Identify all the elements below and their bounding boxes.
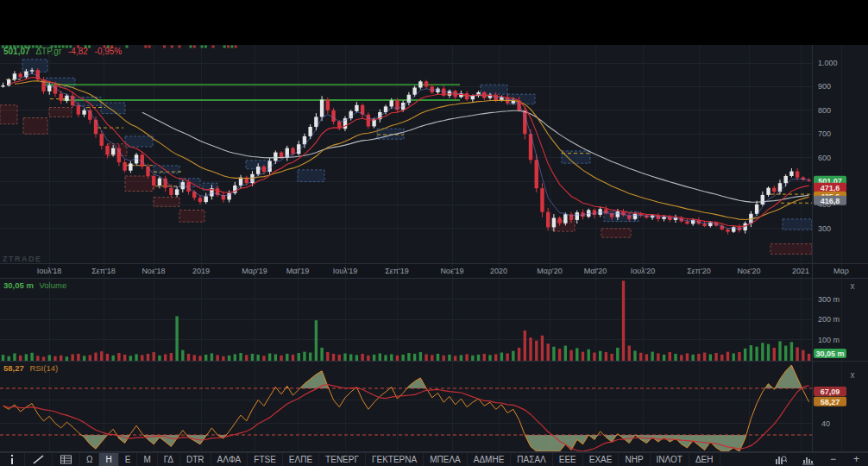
svg-text:Ιουλ'18: Ιουλ'18 (37, 267, 62, 275)
svg-text:58,27: 58,27 (821, 398, 840, 406)
trading-chart-window: 1.000900800700600500400300300 m200 m100 … (0, 0, 868, 466)
symbol-tab-ΕΕΕ[interactable]: ΕΕΕ (553, 453, 583, 466)
chart-search-icon[interactable] (767, 453, 795, 466)
svg-text:Μαρ'19: Μαρ'19 (242, 267, 267, 275)
svg-text:Ιουλ'19: Ιουλ'19 (333, 267, 358, 275)
svg-text:Μαρ'20: Μαρ'20 (537, 267, 563, 275)
svg-text:900: 900 (818, 82, 831, 91)
svg-text:600: 600 (818, 154, 831, 162)
symbol-tab-ΕΛΠΕ[interactable]: ΕΛΠΕ (283, 453, 319, 466)
svg-text:Μαϊ'20: Μαϊ'20 (584, 267, 607, 275)
legend-change-pct: -0,95% (95, 47, 123, 56)
symbol-tab-ΙΝΛΟΤ[interactable]: ΙΝΛΟΤ (651, 453, 689, 466)
toolbar-spacer (720, 453, 767, 466)
svg-text:Μαϊ'19: Μαϊ'19 (286, 267, 309, 275)
trendline-tool-icon[interactable] (25, 453, 53, 466)
rsi-label: RSI(14) (29, 363, 58, 373)
volume-legend: 30,05 m Volume (3, 280, 66, 290)
svg-text:Ιουλ'20: Ιουλ'20 (631, 267, 656, 275)
symbol-tab-ΤΕΝΕΡΓ[interactable]: ΤΕΝΕΡΓ (319, 453, 366, 466)
symbol-tab-ΑΛΦΑ[interactable]: ΑΛΦΑ (211, 453, 248, 466)
zoom-out-button[interactable]: − (821, 453, 845, 466)
histogram-icon[interactable] (795, 453, 821, 466)
timeframe-tab-Μ[interactable]: Μ (137, 453, 157, 466)
timeframe-tabs: ΩΗΕΜ (80, 453, 158, 466)
rsi-pane-close-button[interactable]: x (846, 370, 859, 381)
symbol-tab-ΓΔ[interactable]: ΓΔ (158, 453, 180, 466)
svg-text:300: 300 (818, 224, 831, 233)
symbol-tab-ΝΗΡ[interactable]: ΝΗΡ (619, 453, 650, 466)
legend-last-price: 501,07 (3, 47, 30, 56)
svg-text:40: 40 (821, 419, 830, 428)
legend-change: -4,82 (68, 47, 88, 56)
volume-pane-close-button[interactable]: x (846, 281, 859, 292)
timeframe-tab-Ε[interactable]: Ε (119, 453, 138, 466)
svg-text:Νοε'19: Νοε'19 (440, 267, 463, 275)
svg-text:Μαρ: Μαρ (833, 267, 849, 275)
svg-text:67,09: 67,09 (821, 387, 840, 396)
svg-text:2019: 2019 (192, 267, 210, 275)
symbol-tabs: ΓΔDTRΑΛΦΑFTSEΕΛΠΕΤΕΝΕΡΓΓΕΚΤΕΡΝΑΜΠΕΛΑΑΔΜΗ… (158, 453, 720, 466)
svg-text:200 m: 200 m (818, 315, 840, 324)
symbol-tab-ΔΕΗ[interactable]: ΔΕΗ (689, 453, 720, 466)
rsi-legend: 58,27 RSI(14) (3, 363, 58, 373)
svg-text:800: 800 (818, 106, 831, 115)
svg-text:471,6: 471,6 (821, 184, 840, 192)
info-icon[interactable] (0, 453, 25, 466)
svg-text:700: 700 (818, 129, 831, 138)
volume-value: 30,05 m (3, 280, 34, 290)
svg-text:2020: 2020 (490, 267, 507, 275)
svg-text:Νοε'20: Νοε'20 (737, 267, 760, 275)
svg-text:Σεπ'19: Σεπ'19 (385, 267, 409, 275)
svg-text:300 m: 300 m (818, 295, 840, 304)
svg-text:Σεπ'18: Σεπ'18 (91, 267, 116, 275)
chart-canvas[interactable]: 1.000900800700600500400300300 m200 m100 … (0, 0, 868, 452)
svg-text:100 m: 100 m (818, 336, 840, 344)
symbol-tab-ΓΕΚΤΕΡΝΑ[interactable]: ΓΕΚΤΕΡΝΑ (366, 453, 424, 466)
svg-text:Νοε'18: Νοε'18 (142, 267, 165, 275)
watchlist-icon[interactable] (53, 453, 80, 466)
rsi-value: 58,27 (3, 363, 24, 373)
svg-text:2021: 2021 (792, 267, 809, 275)
platform-watermark: ZTRADE (3, 255, 42, 263)
bottom-toolbar: ΩΗΕΜ ΓΔDTRΑΛΦΑFTSEΕΛΠΕΤΕΝΕΡΓΓΕΚΤΕΡΝΑΜΠΕΛ… (0, 452, 868, 466)
symbol-tab-FTSE[interactable]: FTSE (248, 453, 283, 466)
svg-text:1.000: 1.000 (818, 59, 838, 67)
symbol-tab-ΠΑΣΑΛ[interactable]: ΠΑΣΑΛ (511, 453, 552, 466)
toolbar-right-controls: − + (767, 453, 868, 466)
symbol-tab-DTR[interactable]: DTR (180, 453, 211, 466)
symbol-tab-ΜΠΕΛΑ[interactable]: ΜΠΕΛΑ (424, 453, 468, 466)
price-legend: 501,07 ΔTP.gr -4,82 -0,95% (3, 47, 122, 56)
zoom-in-button[interactable]: + (845, 453, 868, 466)
symbol-tab-ΑΔΜΗΕ[interactable]: ΑΔΜΗΕ (468, 453, 512, 466)
volume-label: Volume (40, 280, 67, 290)
timeframe-tab-Η[interactable]: Η (99, 453, 118, 466)
timeframe-tab-Ω[interactable]: Ω (80, 453, 99, 466)
svg-text:30,05 m: 30,05 m (815, 350, 844, 358)
legend-symbol[interactable]: ΔTP.gr (35, 47, 61, 56)
svg-text:416,8: 416,8 (821, 197, 840, 205)
svg-text:Σεπ'20: Σεπ'20 (687, 267, 711, 275)
symbol-tab-ΕΧΑΕ[interactable]: ΕΧΑΕ (583, 453, 620, 466)
